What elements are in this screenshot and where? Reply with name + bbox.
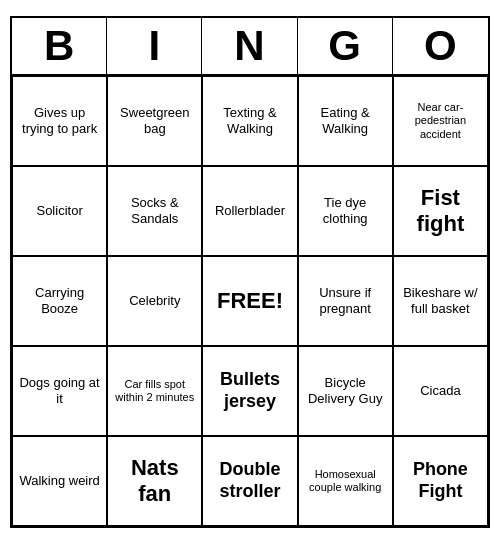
bingo-cell-23: Homosexual couple walking [298, 436, 393, 526]
bingo-cell-9: Fist fight [393, 166, 488, 256]
bingo-cell-15: Dogs going at it [12, 346, 107, 436]
bingo-cell-21: Nats fan [107, 436, 202, 526]
bingo-cell-12: FREE! [202, 256, 297, 346]
bingo-cell-11: Celebrity [107, 256, 202, 346]
bingo-cell-7: Rollerblader [202, 166, 297, 256]
bingo-cell-3: Eating & Walking [298, 76, 393, 166]
bingo-cell-6: Socks & Sandals [107, 166, 202, 256]
header-letter-n: N [202, 18, 297, 74]
header-letter-i: I [107, 18, 202, 74]
bingo-cell-8: Tie dye clothing [298, 166, 393, 256]
bingo-header: BINGO [12, 18, 488, 76]
bingo-cell-13: Unsure if pregnant [298, 256, 393, 346]
bingo-grid: Gives up trying to parkSweetgreen bagTex… [12, 76, 488, 526]
bingo-cell-2: Texting & Walking [202, 76, 297, 166]
bingo-cell-16: Car fills spot within 2 minutes [107, 346, 202, 436]
bingo-cell-1: Sweetgreen bag [107, 76, 202, 166]
header-letter-b: B [12, 18, 107, 74]
bingo-card: BINGO Gives up trying to parkSweetgreen … [10, 16, 490, 528]
bingo-cell-24: Phone Fight [393, 436, 488, 526]
bingo-cell-10: Carrying Booze [12, 256, 107, 346]
bingo-cell-4: Near car-pedestrian accident [393, 76, 488, 166]
bingo-cell-18: Bicycle Delivery Guy [298, 346, 393, 436]
bingo-cell-14: Bikeshare w/ full basket [393, 256, 488, 346]
bingo-cell-5: Solicitor [12, 166, 107, 256]
bingo-cell-19: Cicada [393, 346, 488, 436]
bingo-cell-0: Gives up trying to park [12, 76, 107, 166]
header-letter-o: O [393, 18, 488, 74]
header-letter-g: G [298, 18, 393, 74]
bingo-cell-22: Double stroller [202, 436, 297, 526]
bingo-cell-17: Bullets jersey [202, 346, 297, 436]
bingo-cell-20: Walking weird [12, 436, 107, 526]
